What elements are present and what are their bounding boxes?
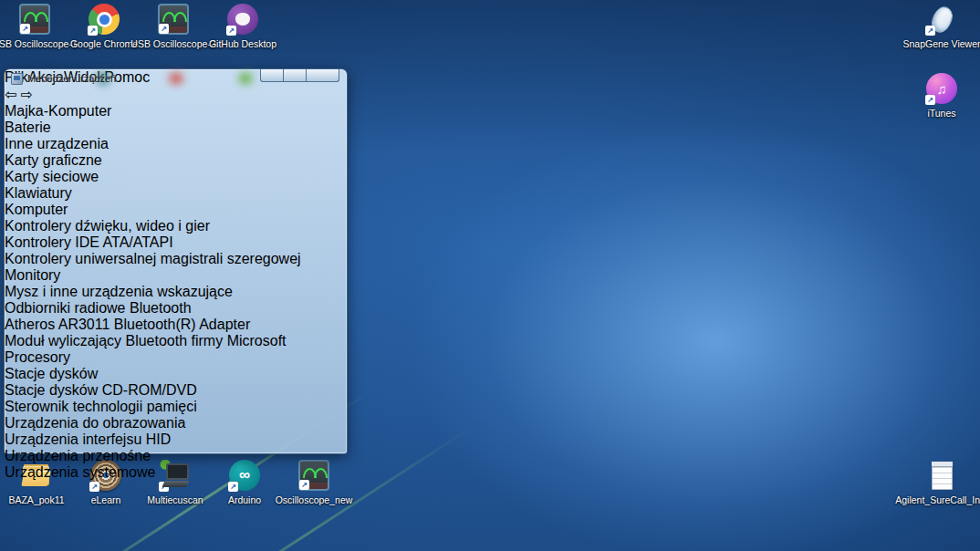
device-tree-label: Atheros AR3011 Bluetooth(R) Adapter	[5, 317, 250, 332]
desktop-icon-image	[926, 73, 957, 104]
desktop-icon-label: SnapGene Viewer	[902, 38, 980, 49]
device-tree-item[interactable]: Urządzenia przenośne	[5, 448, 347, 464]
desktop-icon-label: Google Chrome	[70, 38, 138, 49]
device-tree-item[interactable]: Urządzenia do obrazowania	[5, 415, 347, 431]
forward-icon[interactable]: ⇨	[21, 87, 33, 102]
device-tree-label: Urządzenia systemowe	[5, 464, 155, 480]
shortcut-arrow-icon	[228, 482, 238, 492]
back-icon[interactable]: ⇦	[5, 87, 16, 102]
minimize-button[interactable]	[260, 69, 284, 82]
device-tree-item[interactable]: Mysz i inne urządzenia wskazujące	[5, 284, 347, 300]
desktop-icon-image	[158, 4, 189, 35]
device-tree-item[interactable]: Procesory	[5, 349, 347, 366]
desktop-icon-label: Agilent_SureCall_In...	[895, 494, 980, 505]
window-title: Menedżer urządzeń	[27, 73, 116, 84]
device-tree-label: Kontrolery uniwersalnej magistrali szere…	[5, 251, 301, 266]
toolbar: ⇦ ⇨	[5, 86, 347, 103]
desktop-icon[interactable]: Agilent_SureCall_In...	[903, 460, 980, 505]
desktop-icon-label: USB Oscilloscope-1	[0, 38, 78, 49]
device-tree-label: Inne urządzenia	[5, 136, 109, 151]
device-tree-item[interactable]: Moduł wyliczający Bluetooth firmy Micros…	[5, 333, 347, 349]
desktop-icon-label: Oscilloscope_new	[276, 494, 353, 505]
shortcut-arrow-icon	[88, 26, 98, 36]
desktop-icon-image	[926, 460, 957, 491]
device-manager-app-icon	[11, 73, 23, 85]
desktop-icon[interactable]: USB Oscilloscope-2	[139, 4, 208, 49]
desktop-icon[interactable]: SnapGene Viewer	[903, 4, 980, 49]
desktop-icon[interactable]: iTunes	[903, 73, 980, 119]
device-tree-item[interactable]: Odbiorniki radiowe Bluetooth	[5, 300, 347, 317]
desktop-icon-label: iTunes	[927, 108, 955, 119]
desktop-icon-image	[89, 4, 120, 35]
device-tree: Majka-Komputer Baterie Inne urządzenia K…	[5, 103, 347, 481]
maximize-button[interactable]	[284, 69, 307, 82]
desktop-icon-label: Arduino	[228, 494, 261, 505]
device-tree-item[interactable]: Kontrolery dźwięku, wideo i gier	[5, 218, 347, 234]
device-tree-label: Komputer	[5, 202, 68, 217]
desktop-icon-image	[19, 4, 50, 35]
desktop-icon[interactable]: GitHub Desktop	[208, 4, 277, 49]
desktop-icon[interactable]: Google Chrome	[69, 4, 139, 49]
device-tree-label: Majka-Komputer	[5, 103, 111, 119]
shortcut-arrow-icon	[925, 95, 935, 105]
device-manager-window: Menedżer urządzeń PlikAkcjaWidokPomoc ⇦ …	[5, 69, 347, 453]
desktop-icon-label: GitHub Desktop	[209, 38, 276, 49]
device-tree-label: Procesory	[5, 349, 70, 365]
desktop-icon-image	[227, 4, 258, 35]
desktop: USB Oscilloscope-1 Google Chrome USB Osc…	[0, 0, 980, 551]
device-tree-item[interactable]: Monitory	[5, 267, 347, 284]
device-tree-label: Kontrolery IDE ATA/ATAPI	[5, 234, 173, 250]
device-tree-item[interactable]: Inne urządzenia	[5, 136, 347, 152]
shortcut-arrow-icon	[20, 24, 30, 34]
device-tree-label: Monitory	[5, 267, 60, 283]
shortcut-arrow-icon	[299, 480, 309, 490]
desktop-icon-image	[926, 4, 957, 35]
device-tree-label: Stacje dysków	[5, 366, 98, 381]
device-tree-label: Karty sieciowe	[5, 169, 99, 184]
device-tree-item[interactable]: Klawiatury	[5, 185, 347, 202]
device-tree-label: Moduł wyliczający Bluetooth firmy Micros…	[5, 333, 287, 348]
device-tree-label: Karty graficzne	[5, 152, 102, 168]
desktop-icon-label: BAZA_pok11	[8, 494, 64, 505]
shortcut-arrow-icon	[159, 24, 169, 34]
device-tree-item[interactable]: Kontrolery uniwersalnej magistrali szere…	[5, 251, 347, 267]
close-button[interactable]	[307, 69, 339, 82]
shortcut-arrow-icon	[159, 482, 169, 492]
device-tree-item[interactable]: Kontrolery IDE ATA/ATAPI	[5, 234, 347, 251]
device-tree-label: Klawiatury	[5, 185, 72, 201]
shortcut-arrow-icon	[226, 26, 236, 36]
shortcut-arrow-icon	[925, 26, 935, 36]
device-tree-item[interactable]: Stacje dysków	[5, 366, 347, 382]
device-tree-label: Urządzenia przenośne	[5, 448, 151, 463]
device-tree-item[interactable]: Karty sieciowe	[5, 169, 347, 185]
device-tree-item[interactable]: Atheros AR3011 Bluetooth(R) Adapter	[5, 317, 347, 333]
device-tree-item[interactable]: Sterownik technologii pamięci	[5, 399, 347, 415]
desktop-icons-top-left: USB Oscilloscope-1 Google Chrome USB Osc…	[0, 4, 277, 49]
desktop-icon-label: USB Oscilloscope-2	[130, 38, 215, 49]
desktop-icon-label: Multiecuscan	[147, 494, 203, 505]
device-tree-label: Sterownik technologii pamięci	[5, 399, 197, 414]
device-tree-label: Odbiorniki radiowe Bluetooth	[5, 300, 192, 316]
device-tree-label: Mysz i inne urządzenia wskazujące	[5, 284, 233, 299]
device-tree-label: Stacje dysków CD-ROM/DVD	[5, 382, 197, 398]
desktop-icons-top-right: SnapGene Viewer iTunes	[903, 4, 980, 119]
device-tree-item[interactable]: Majka-Komputer	[5, 103, 347, 120]
window-caption-buttons	[260, 69, 339, 82]
desktop-icon[interactable]: USB Oscilloscope-1	[0, 4, 69, 49]
device-tree-item[interactable]: Karty graficzne	[5, 152, 347, 169]
desktop-icons-bottom-right: Agilent_SureCall_In...	[903, 460, 980, 505]
device-tree-label: Urządzenia interfejsu HID	[5, 431, 171, 447]
shortcut-arrow-icon	[89, 482, 99, 492]
device-tree-item[interactable]: Baterie	[5, 120, 347, 136]
device-tree-item[interactable]: Urządzenia systemowe	[5, 464, 347, 481]
device-tree-item[interactable]: Urządzenia interfejsu HID	[5, 431, 347, 448]
desktop-icon-label: eLearn	[91, 494, 121, 505]
device-tree-label: Urządzenia do obrazowania	[5, 415, 185, 431]
device-tree-label: Kontrolery dźwięku, wideo i gier	[5, 218, 210, 234]
device-tree-item[interactable]: Komputer	[5, 202, 347, 218]
device-tree-label: Baterie	[5, 120, 51, 135]
device-tree-item[interactable]: Stacje dysków CD-ROM/DVD	[5, 382, 347, 399]
